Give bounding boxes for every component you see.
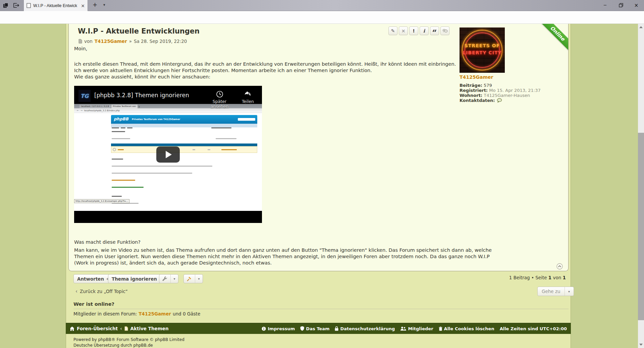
post-author-line: von T4125Gamer » Sa 28. Sep 2019, 22:20 [78,39,187,44]
post-title[interactable]: W.I.P - Aktuelle Entwicklungen [78,27,200,35]
tab-close-icon[interactable]: × [81,3,85,8]
tab-title: W.I.P - Aktuelle Entwick [33,3,78,8]
page-word: Seite [535,275,547,280]
footer-link-impressum[interactable]: Impressum [262,326,295,331]
jump-to-button[interactable]: Gehe zu ▾ [537,287,574,296]
members-icon [400,327,406,331]
thumb-who-online-head [111,155,257,162]
footer-link-das-team[interactable]: Das Team [300,326,329,331]
jump-to-label: Gehe zu [538,287,565,296]
post-panel: Online W.I.P - Aktuelle Entwicklungen vo… [68,24,569,271]
divider [73,309,569,309]
current-page: 1 [548,275,551,280]
breadcrumb-active-topics[interactable]: Aktive Themen [130,326,169,331]
who-suffix: und 0 Gäste [173,311,200,316]
play-triangle-icon [166,151,172,158]
post-body-line: (Work in progress) ist, ändert sich da, … [74,260,272,266]
who-prefix: Mitglieder in diesem Forum: [73,311,137,316]
of-word: von [553,275,561,280]
who-is-online-heading: Wer ist online? [73,301,114,307]
footer-link-cookies[interactable]: Alle Cookies löschen [439,326,494,331]
edit-post-button[interactable]: ✎ [388,26,397,35]
post-body-line: Wie das ganze aussieht, könnt ihr euch h… [74,74,210,79]
footer-link-datenschutz[interactable]: Datenschutzerklärung [335,326,395,331]
tab-favicon-icon [26,3,31,8]
profile-username-link[interactable]: T4125Gamer [460,74,493,80]
post-body-line: ich erstelle diesen Thread, mit dem Hint… [74,61,456,67]
back-link-label: Zurück zu „Off Topic“ [80,289,128,294]
tab-preview-icon[interactable] [13,2,19,8]
breadcrumb-separator: ‹ [120,326,122,331]
date-separator: » [129,39,132,44]
window-minimize-button[interactable]: ─ [601,2,609,9]
post-question-heading: Was macht diese Funktion? [74,239,141,245]
scrollbar-thumb[interactable] [638,133,644,320]
report-post-button[interactable]: ! [409,26,418,35]
online-badge: Online [540,24,568,51]
video-status-url: http://localhost/phpbb_3.2.8/viewtopic.p… [74,199,129,203]
video-title[interactable]: [phpbb 3.2.8] Themen ignorieren [94,92,189,99]
delete-post-button[interactable]: × [399,26,408,35]
tab-chevron-icon[interactable]: ▾ [103,3,105,7]
window-close-button[interactable]: × [632,2,640,9]
timezone-label: Alle Zeiten sind UTC+02:00 [500,326,567,331]
info-circle-icon [262,327,266,331]
shield-icon [300,326,304,331]
channel-avatar[interactable]: TG [78,90,91,102]
translation-line: Deutsche Übersetzung durch phpBB.de [73,343,153,348]
topic-tools-caret[interactable]: ▾ [170,275,178,283]
browser-tab[interactable]: W.I.P - Aktuelle Entwick × [23,0,88,11]
wrench-icon [159,275,170,283]
video-top-gradient [74,86,262,112]
browser-scrollbar[interactable] [638,24,644,348]
browser-tab-bar: W.I.P - Aktuelle Entwick × + ▾ ─ × [0,0,644,11]
contact-message-icon[interactable] [497,98,502,103]
jump-to-caret-icon[interactable]: ▾ [565,287,574,296]
watch-later-button[interactable]: Später ansehen [207,91,232,109]
phpbb-de-link[interactable]: phpBB.de [133,343,153,348]
back-to-top-button[interactable] [556,263,563,270]
hammer-icon [184,275,195,283]
post-body-line: Ich werde von aktuellen Entwicklungen hi… [74,68,372,73]
video-share-button[interactable]: Teilen [240,91,255,104]
post-body-line: Moin, [74,46,87,51]
scrollbar-down-arrow[interactable] [639,344,643,346]
total-pages: 1 [563,275,566,280]
share-arrow-icon [244,91,252,98]
user-avatar: STREETS OF LIBERTY CITY [460,27,505,73]
ignore-topic-button[interactable]: Thema ignorieren ↩ [108,274,167,283]
post-info-button[interactable]: i [420,26,429,35]
youtube-embed[interactable]: localhost / 127.0.0.1 / 3.2.8 Privates T… [74,86,262,223]
location-value: T4125Gamer-Hausen [484,93,530,98]
tabs-set-aside-icon[interactable] [3,2,9,8]
registered-value: Mo 15. Apr 2013, 21:37 [489,88,541,93]
clock-icon [216,91,223,98]
reply-with-quote-button[interactable] [440,26,449,35]
moderator-tools-button[interactable]: ▾ [183,274,203,283]
contact-label: Kontaktdaten: [460,98,495,103]
play-button[interactable] [156,147,180,163]
quote-post-button[interactable]: “ [430,26,439,35]
footer-link-mitglieder[interactable]: Mitglieder [400,326,433,331]
window-restore-button[interactable] [617,2,625,9]
scrollbar-up-arrow[interactable] [639,26,643,28]
post-body-line: Themen ein User ignoriert. Nun werden di… [74,254,490,259]
breadcrumb-forum-overview[interactable]: Foren-Übersicht [77,326,118,331]
exclaim-icon: ! [413,28,415,34]
who-user-link[interactable]: T4125Gamer [139,311,171,316]
online-ribbon-box: Online [539,24,568,53]
browser-toolbar: ← → ↻ https://4religion.org/viewtopic.ph… [0,11,644,24]
posts-label: Beiträge: [460,83,482,88]
back-to-forum-link[interactable]: ‹ Zurück zu „Off Topic“ [75,288,128,294]
new-tab-button[interactable]: + [93,1,97,8]
avatar-text-line1: STREETS OF [460,42,505,49]
post-count: 1 Beitrag [509,275,530,280]
author-link[interactable]: T4125Gamer [95,39,127,44]
reply-label: Antworten [77,276,104,282]
author-prefix: von [84,39,93,44]
home-icon [70,327,74,331]
topic-tools-button[interactable]: ▾ [159,274,178,283]
moderator-tools-caret[interactable]: ▾ [195,275,203,283]
phpbb-link[interactable]: phpBB [98,337,111,342]
post-date: Sa 28. Sep 2019, 22:20 [134,39,187,44]
